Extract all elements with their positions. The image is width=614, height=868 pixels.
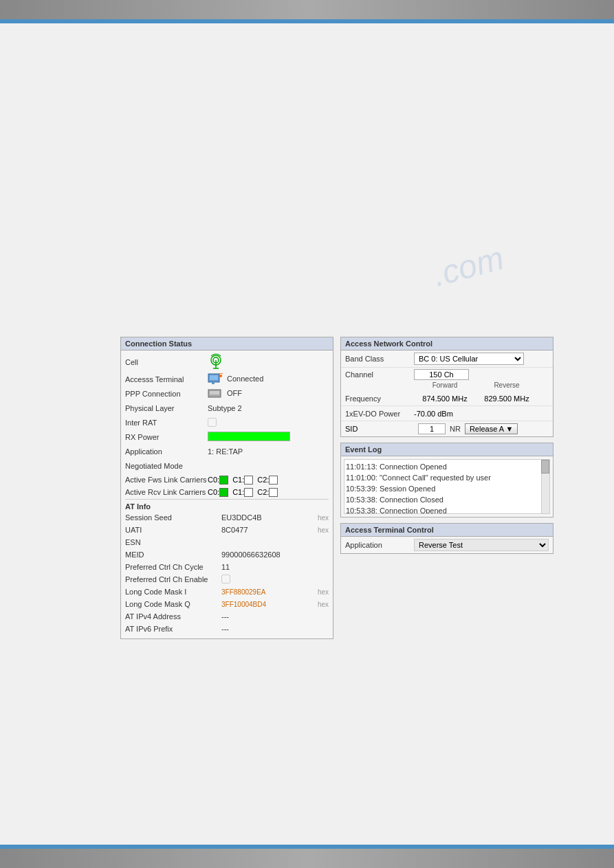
sid-input[interactable] — [418, 423, 446, 434]
frequency-row: Frequency 874.500 MHz 829.500 MHz — [341, 391, 553, 406]
uati-row: UATI 8C0477 hex — [125, 524, 329, 535]
active-fws-carriers-row: Active Fws Link Carriers C0: C1: C2: — [125, 474, 329, 485]
uati-label: UATI — [125, 526, 221, 534]
fws-c0-checkbox — [219, 476, 228, 485]
meid-label: MEID — [125, 550, 221, 559]
event-line-1: 11:01:00: "Connect Call" requested by us… — [346, 472, 540, 483]
release-dropdown-arrow: ▼ — [506, 425, 514, 433]
event-log-content: 11:01:13: Connection Opened 11:01:00: "C… — [344, 460, 549, 514]
event-log-panel: Event Log 11:01:13: Connection Opened 11… — [340, 443, 553, 518]
long-code-i-hex: hex — [318, 588, 329, 596]
esn-row: ESN — [125, 537, 329, 548]
at-device-icon — [208, 373, 223, 386]
long-code-q-row: Long Code Mask Q 3FF10004BD4 hex — [125, 599, 329, 610]
session-seed-value: EU3DDC4B — [221, 513, 315, 522]
scrollbar-thumb[interactable] — [541, 460, 549, 474]
frequency-reverse: 829.500 MHz — [476, 394, 538, 403]
ppp-icon — [208, 388, 223, 400]
event-line-0: 11:01:13: Connection Opened — [346, 461, 540, 472]
physical-layer-value: Subtype 2 — [208, 404, 329, 412]
pref-ctrl-enable-label: Preferred Ctrl Ch Enable — [125, 575, 221, 583]
rcv-c0: C0: — [208, 488, 228, 497]
uati-hex: hex — [318, 526, 329, 534]
sid-label: SID — [345, 425, 414, 433]
ipv4-value: --- — [221, 612, 329, 621]
application-value: 1: RE:TAP — [208, 447, 329, 456]
cell-label: Cell — [125, 358, 208, 366]
frequency-label: Frequency — [345, 394, 414, 403]
svg-rect-5 — [210, 375, 218, 380]
at-info-divider — [125, 499, 329, 500]
access-terminal-value: Connected — [208, 373, 329, 386]
pref-ctrl-cycle-label: Preferred Ctrl Ch Cycle — [125, 563, 221, 571]
fws-c0: C0: — [208, 476, 228, 485]
negotiated-mode-row: Negotiated Mode — [125, 460, 329, 472]
meid-value: 99000066632608 — [221, 550, 329, 559]
power-label: 1xEV-DO Power — [345, 410, 414, 418]
access-network-control-panel: Access Network Control Band Class BC 0: … — [340, 337, 553, 437]
ipv4-label: AT IPv4 Address — [125, 612, 221, 621]
long-code-q-hex: hex — [318, 601, 329, 608]
ipv4-row: AT IPv4 Address --- — [125, 611, 329, 622]
ppp-row: PPP Connection OFF — [125, 388, 329, 400]
atc-header: Access Terminal Control — [341, 524, 553, 537]
connection-status-body: Cell Accesss Terminal — [121, 350, 333, 638]
application-label: Application — [125, 447, 208, 456]
rcv-c2-label: C2: — [257, 488, 269, 496]
fws-c2-checkbox — [269, 476, 278, 485]
long-code-i-value: 3FF880029EA — [221, 588, 315, 596]
rcv-c1-label: C1: — [232, 488, 244, 496]
release-button[interactable]: Release A ▼ — [465, 423, 518, 434]
inter-rat-checkbox — [208, 418, 217, 427]
rcv-carriers-label: Active Rcv Link Carriers — [125, 488, 208, 496]
fws-carriers-label: Active Fws Link Carriers — [125, 476, 208, 484]
svg-point-7 — [219, 375, 222, 377]
fws-c2-label: C2: — [257, 476, 269, 484]
antenna-icon — [208, 353, 224, 370]
active-rcv-carriers-row: Active Rcv Link Carriers C0: C1: C2: — [125, 487, 329, 498]
esn-label: ESN — [125, 538, 221, 546]
session-seed-hex: hex — [318, 514, 329, 522]
sid-row: SID NR Release A ▼ — [341, 421, 553, 436]
rcv-c1: C1: — [232, 488, 253, 497]
band-class-select[interactable]: BC 0: US CellularBC 1: US PCSBC 10: Seco… — [414, 353, 524, 365]
inter-rat-value — [208, 418, 329, 428]
channel-input[interactable] — [414, 369, 469, 380]
connection-status-header: Connection Status — [121, 337, 333, 350]
pref-ctrl-cycle-row: Preferred Ctrl Ch Cycle 11 — [125, 561, 329, 572]
svg-rect-9 — [210, 391, 219, 394]
session-seed-label: Session Seed — [125, 513, 221, 522]
ipv6-row: AT IPv6 Prefix --- — [125, 623, 329, 634]
band-class-row: Band Class BC 0: US CellularBC 1: US PCS… — [341, 350, 553, 368]
fws-c1-label: C1: — [232, 476, 244, 484]
cell-value — [208, 353, 329, 371]
event-line-4: 10:53:38: Connection Opened — [346, 505, 540, 514]
event-log-body[interactable]: 11:01:13: Connection Opened 11:01:00: "C… — [344, 459, 550, 514]
long-code-i-row: Long Code Mask I 3FF880029EA hex — [125, 586, 329, 597]
access-terminal-label: Accesss Terminal — [125, 375, 208, 383]
fws-c2: C2: — [257, 476, 278, 485]
scrollbar-track[interactable] — [541, 460, 549, 513]
right-panel: Access Network Control Band Class BC 0: … — [340, 337, 553, 639]
channel-label: Channel — [345, 370, 414, 379]
atc-application-select[interactable]: Reverse TestForward TestEcho Test — [414, 539, 549, 551]
pref-ctrl-enable-checkbox — [221, 575, 230, 583]
rx-power-value — [208, 432, 329, 443]
freq-header-row: Forward Reverse — [345, 381, 549, 389]
fws-c1-checkbox — [244, 476, 253, 485]
pref-ctrl-cycle-value: 11 — [221, 563, 329, 571]
session-seed-row: Session Seed EU3DDC4B hex — [125, 512, 329, 523]
event-line-2: 10:53:39: Session Opened — [346, 483, 540, 494]
bottom-bar — [0, 849, 614, 868]
anc-header: Access Network Control — [341, 337, 553, 350]
ppp-label: PPP Connection — [125, 390, 208, 398]
application-row: Application 1: RE:TAP — [125, 445, 329, 458]
ppp-value: OFF — [208, 388, 329, 400]
ipv6-label: AT IPv6 Prefix — [125, 625, 221, 633]
access-terminal-row: Accesss Terminal Connected — [125, 373, 329, 386]
event-line-3: 10:53:38: Connection Closed — [346, 494, 540, 505]
frequency-forward: 874.500 MHz — [414, 394, 476, 403]
inter-rat-label: Inter RAT — [125, 419, 208, 427]
rcv-c0-label: C0: — [208, 488, 219, 496]
pref-ctrl-enable-row: Preferred Ctrl Ch Enable — [125, 574, 329, 585]
